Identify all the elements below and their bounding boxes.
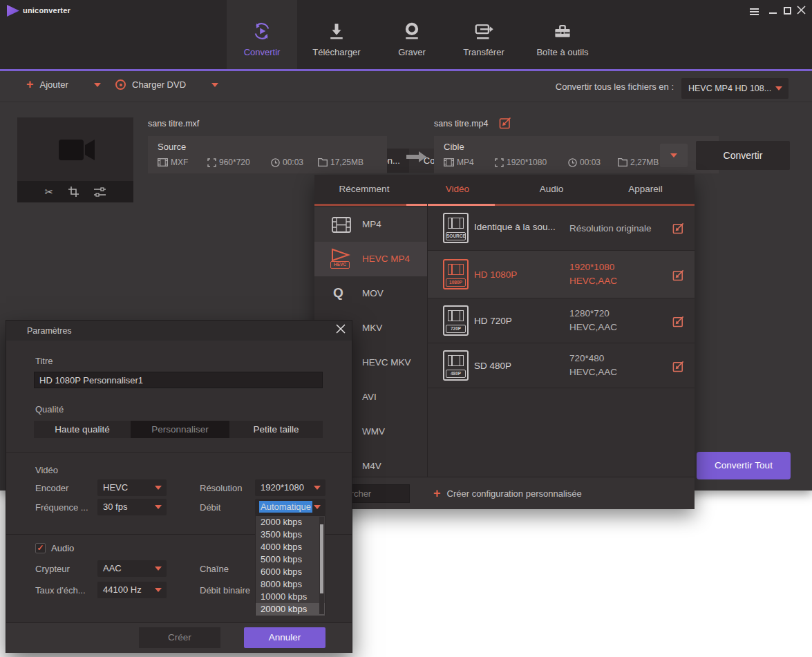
load-dvd-caret-icon[interactable] [211, 83, 218, 87]
effects-sliders-icon[interactable] [94, 187, 106, 197]
dropdown-scrollbar[interactable] [319, 517, 324, 614]
quality-option-custom[interactable]: Personnaliser [131, 421, 229, 438]
encoder-value: HEVC [103, 482, 128, 493]
convert-row-button[interactable]: Convertir [696, 141, 790, 170]
convert-all-button[interactable]: Convertir Tout [697, 452, 791, 479]
convert-arrow-icon [405, 150, 427, 164]
section-divider [6, 452, 352, 453]
crop-icon[interactable] [68, 187, 79, 197]
scrollbar-thumb[interactable] [320, 524, 323, 593]
bitrate-option[interactable]: 5000 kbps [256, 553, 325, 566]
tab-convertir[interactable]: Convertir [227, 21, 297, 65]
panel-bottom-bar: Créer configuration personnalisée [314, 477, 695, 509]
add-file-label: Ajouter [40, 79, 68, 90]
hevc-play-icon: HEVC [330, 248, 353, 270]
panel-tab-video[interactable]: Vidéo [427, 175, 488, 204]
trim-scissors-icon[interactable]: ✂ [45, 187, 54, 197]
preset-row-source[interactable]: SOURCE Identique à la sou... Résolution … [428, 205, 695, 251]
clock-icon [271, 158, 280, 167]
tab-graver[interactable]: Graver [380, 21, 444, 65]
preset-badge: 1080P [446, 278, 466, 287]
source-box-title: Source [158, 142, 186, 152]
format-item-label: M4V [362, 449, 381, 477]
preset-badge: SOURCE [446, 232, 466, 240]
audio-checkbox[interactable]: ✓ [35, 543, 46, 553]
load-dvd-button[interactable]: Charger DVD [115, 79, 218, 90]
dialog-header[interactable]: Paramètres [6, 321, 352, 341]
quality-option-small[interactable]: Petite taille [229, 421, 323, 438]
source-preset-icon: SOURCE [443, 213, 469, 243]
source-format: MXF [158, 158, 188, 167]
bitrate-option[interactable]: 4000 kbps [256, 541, 325, 553]
format-item-label: HEVC MP4 [362, 242, 410, 276]
panel-tab-audio[interactable]: Audio [521, 175, 582, 204]
tab-telecharger[interactable]: Télécharger [301, 21, 372, 65]
source-resolution: 960*720 [207, 158, 250, 167]
preset-info: 1280*720 HEVC,AAC [569, 307, 617, 334]
format-item-label: MKV [362, 311, 382, 345]
bitrate-option-highlighted[interactable]: 20000 kbps [256, 603, 325, 616]
tab-transferer[interactable]: Transférer [449, 21, 518, 65]
edit-preset-icon[interactable] [672, 269, 685, 281]
target-format-dropdown-button[interactable] [660, 144, 688, 167]
format-item-mp4[interactable]: MP4 [314, 207, 427, 242]
quality-option-high[interactable]: Haute qualité [34, 421, 131, 438]
tab-boite-a-outils[interactable]: Boîte à outils [522, 21, 603, 65]
framerate-select[interactable]: 30 fps [97, 499, 167, 515]
maximize-button[interactable] [784, 6, 795, 15]
bitrate-option[interactable]: 6000 kbps [256, 566, 325, 578]
framerate-value: 30 fps [103, 502, 127, 512]
target-duration-value: 00:03 [580, 158, 601, 167]
select-caret-icon [314, 505, 321, 509]
target-box-title: Cible [444, 142, 464, 152]
preset-info: 1920*1080 HEVC,AAC [569, 260, 617, 288]
encoder-label: Encoder [35, 483, 68, 493]
panel-tab-appareil[interactable]: Appareil [614, 175, 677, 204]
title-field-input[interactable] [34, 372, 323, 388]
create-button[interactable]: Créer [139, 627, 220, 648]
format-item-label: MP4 [362, 207, 381, 242]
create-custom-config-button[interactable]: Créer configuration personnalisée [433, 477, 582, 510]
format-item-hevc-mp4[interactable]: HEVC HEVC MP4 [314, 242, 427, 276]
panel-tab-recemment[interactable]: Récemment [330, 175, 399, 204]
bitrate-option[interactable]: 10000 kbps [256, 591, 325, 603]
format-item-mov[interactable]: Q MOV [314, 276, 427, 311]
preset-name: HD 1080P [474, 269, 517, 280]
preset-row-hd1080p[interactable]: 1080P HD 1080P 1920*1080 HEVC,AAC [428, 251, 695, 298]
edit-preset-icon[interactable] [672, 315, 685, 327]
audio-encoder-select[interactable]: AAC [97, 560, 167, 577]
source-resolution-value: 960*720 [219, 158, 250, 167]
bitrate-option[interactable]: 8000 kbps [256, 578, 325, 591]
resolution-label: Résolution [200, 483, 242, 493]
source-duration-value: 00:03 [283, 158, 303, 167]
create-custom-config-label: Créer configuration personnalisée [447, 488, 582, 499]
edit-preset-icon[interactable] [672, 360, 685, 372]
bitrate-combo[interactable]: Automatique [255, 499, 325, 515]
dialog-close-icon[interactable] [334, 323, 348, 337]
encoder-select[interactable]: HEVC [97, 479, 167, 496]
select-caret-icon [155, 566, 162, 571]
output-format-caret-icon [775, 86, 782, 91]
toolbox-icon [552, 21, 573, 41]
samplerate-label: Taux d'éch... [35, 585, 86, 596]
menu-icon[interactable] [750, 7, 761, 17]
minimize-button[interactable] [769, 6, 777, 14]
close-button[interactable] [797, 6, 806, 15]
bitrate-option[interactable]: 3500 kbps [256, 529, 325, 541]
preset-name: SD 480P [474, 361, 511, 371]
samplerate-select[interactable]: 44100 Hz [97, 582, 167, 598]
edit-preset-icon[interactable] [672, 222, 685, 234]
preset-info: Résolution originale [569, 222, 652, 236]
rename-edit-icon[interactable] [499, 116, 512, 129]
add-file-button[interactable]: Ajouter [26, 77, 101, 92]
clock-icon [568, 158, 577, 167]
resolution-select[interactable]: 1920*1080 [255, 479, 325, 496]
preset-row-hd720p[interactable]: 720P HD 720P 1280*720 HEVC,AAC [428, 298, 695, 343]
output-format-dropdown[interactable]: HEVC MP4 HD 108... [681, 78, 789, 99]
preset-badge: 480P [446, 370, 466, 378]
add-file-caret-icon[interactable] [94, 83, 101, 87]
source-duration: 00:03 [271, 158, 303, 167]
cancel-button[interactable]: Annuler [244, 627, 325, 648]
bitrate-option[interactable]: 2000 kbps [256, 516, 325, 529]
preset-row-sd480p[interactable]: 480P SD 480P 720*480 HEVC,AAC [428, 343, 695, 388]
